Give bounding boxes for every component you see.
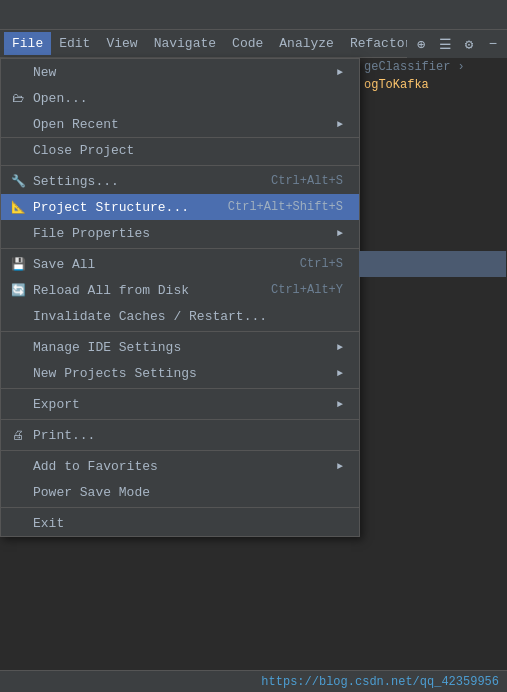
menu-code[interactable]: Code: [224, 32, 271, 55]
project-structure-icon: 📐: [9, 200, 27, 215]
reload-icon: 🔄: [9, 283, 27, 298]
new-arrow: ►: [337, 67, 343, 78]
menu-item-manage-ide[interactable]: Manage IDE Settings ►: [1, 334, 359, 360]
menu-item-power-save[interactable]: Power Save Mode: [1, 479, 359, 505]
export-arrow: ►: [337, 399, 343, 410]
new-projects-arrow: ►: [337, 368, 343, 379]
save-all-label: Save All: [33, 257, 280, 272]
settings-label: Settings...: [33, 174, 251, 189]
open-recent-label: Open Recent: [33, 117, 327, 132]
new-projects-label: New Projects Settings: [33, 366, 327, 381]
add-favorites-label: Add to Favorites: [33, 459, 327, 474]
save-all-shortcut: Ctrl+S: [300, 257, 343, 271]
settings-icon[interactable]: ⊕: [411, 34, 431, 54]
invalidate-label: Invalidate Caches / Restart...: [33, 309, 343, 324]
menu-item-save-all[interactable]: 💾 Save All Ctrl+S: [1, 251, 359, 277]
menu-item-reload[interactable]: 🔄 Reload All from Disk Ctrl+Alt+Y: [1, 277, 359, 303]
reload-shortcut: Ctrl+Alt+Y: [271, 283, 343, 297]
close-project-label: Close Project: [33, 143, 343, 158]
top-bar: [0, 0, 507, 30]
exit-label: Exit: [33, 516, 343, 531]
manage-ide-label: Manage IDE Settings: [33, 340, 327, 355]
gear-icon[interactable]: ⚙: [459, 34, 479, 54]
bg-content: geClassifier › ogToKafka: [360, 58, 507, 692]
print-label: Print...: [33, 428, 343, 443]
add-favorites-arrow: ►: [337, 461, 343, 472]
manage-ide-arrow: ►: [337, 342, 343, 353]
file-dropdown-menu: New ► 🗁 Open... Open Recent ► Close Proj…: [0, 58, 360, 537]
menu-item-project-structure[interactable]: 📐 Project Structure... Ctrl+Alt+Shift+S: [1, 194, 359, 220]
print-icon: 🖨: [9, 428, 27, 443]
menu-item-file-properties[interactable]: File Properties ►: [1, 220, 359, 246]
menu-item-open-recent[interactable]: Open Recent ►: [1, 111, 359, 137]
menu-item-settings[interactable]: 🔧 Settings... Ctrl+Alt+S: [1, 168, 359, 194]
power-save-label: Power Save Mode: [33, 485, 343, 500]
menu-item-export[interactable]: Export ►: [1, 391, 359, 417]
menu-item-print[interactable]: 🖨 Print...: [1, 422, 359, 448]
save-all-right-bg: [359, 251, 506, 277]
new-label: New: [33, 65, 327, 80]
menu-item-open[interactable]: 🗁 Open...: [1, 85, 359, 111]
menu-item-invalidate[interactable]: Invalidate Caches / Restart...: [1, 303, 359, 329]
open-icon: 🗁: [9, 91, 27, 106]
menu-analyze[interactable]: Analyze: [271, 32, 342, 55]
menu-edit[interactable]: Edit: [51, 32, 98, 55]
menu-item-add-favorites[interactable]: Add to Favorites ►: [1, 453, 359, 479]
export-label: Export: [33, 397, 327, 412]
status-url[interactable]: https://blog.csdn.net/qq_42359956: [261, 675, 499, 689]
separator-4: [1, 388, 359, 389]
menu-view[interactable]: View: [98, 32, 145, 55]
menu-item-exit[interactable]: Exit: [1, 510, 359, 536]
menu-item-new[interactable]: New ►: [1, 59, 359, 85]
bg-line2: ogToKafka: [360, 76, 507, 94]
separator-7: [1, 507, 359, 508]
save-all-icon: 💾: [9, 257, 27, 272]
menu-item-new-projects[interactable]: New Projects Settings ►: [1, 360, 359, 386]
file-properties-arrow: ►: [337, 228, 343, 239]
bg-line1: geClassifier ›: [360, 58, 507, 76]
settings-shortcut: Ctrl+Alt+S: [271, 174, 343, 188]
status-bar: https://blog.csdn.net/qq_42359956: [0, 670, 507, 692]
menu-file[interactable]: File: [4, 32, 51, 55]
open-recent-arrow: ►: [337, 119, 343, 130]
separator-2: [1, 248, 359, 249]
separator-6: [1, 450, 359, 451]
menu-item-close-project[interactable]: Close Project: [1, 137, 359, 163]
toolbar-right: ⊕ ☰ ⚙ −: [407, 30, 507, 58]
separator-5: [1, 419, 359, 420]
project-structure-shortcut: Ctrl+Alt+Shift+S: [228, 200, 343, 214]
separator-3: [1, 331, 359, 332]
minus-icon[interactable]: −: [483, 34, 503, 54]
open-label: Open...: [33, 91, 343, 106]
list-icon[interactable]: ☰: [435, 34, 455, 54]
separator-1: [1, 165, 359, 166]
file-properties-label: File Properties: [33, 226, 327, 241]
settings-menu-icon: 🔧: [9, 174, 27, 189]
menu-navigate[interactable]: Navigate: [146, 32, 224, 55]
reload-label: Reload All from Disk: [33, 283, 251, 298]
project-structure-label: Project Structure...: [33, 200, 208, 215]
